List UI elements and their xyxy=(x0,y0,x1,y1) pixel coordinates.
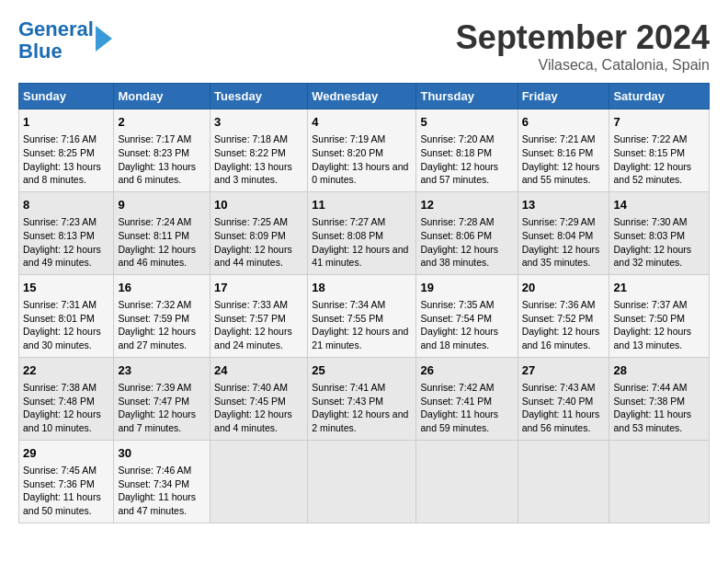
day-number: 24 xyxy=(214,362,303,379)
daylight-hours: Daylight: 12 hours and 35 minutes. xyxy=(522,244,600,269)
week-row-3: 15 Sunrise: 7:31 AM Sunset: 8:01 PM Dayl… xyxy=(19,274,710,357)
sunrise-time: Sunrise: 7:42 AM xyxy=(420,382,494,393)
calendar-cell-w4-d6: 27 Sunrise: 7:43 AM Sunset: 7:40 PM Dayl… xyxy=(518,357,609,440)
day-number: 1 xyxy=(23,114,109,131)
day-number: 26 xyxy=(420,362,513,379)
sunset-time: Sunset: 8:16 PM xyxy=(522,147,594,158)
sunrise-time: Sunrise: 7:39 AM xyxy=(118,382,191,393)
day-number: 16 xyxy=(118,280,206,296)
calendar-cell-w1-d3: 3 Sunrise: 7:18 AM Sunset: 8:22 PM Dayli… xyxy=(210,109,308,192)
day-number: 25 xyxy=(312,362,412,379)
logo-arrow-icon xyxy=(96,26,112,52)
daylight-hours: Daylight: 13 hours and 3 minutes. xyxy=(214,161,292,186)
daylight-hours: Daylight: 13 hours and 0 minutes. xyxy=(312,161,408,186)
daylight-hours: Daylight: 12 hours and 2 minutes. xyxy=(312,408,408,433)
sunrise-time: Sunrise: 7:45 AM xyxy=(23,465,97,476)
sunrise-time: Sunrise: 7:36 AM xyxy=(522,299,596,310)
logo-line1: General xyxy=(18,18,94,40)
daylight-hours: Daylight: 13 hours and 8 minutes. xyxy=(23,161,101,186)
sunrise-time: Sunrise: 7:41 AM xyxy=(312,382,385,393)
page-header: General Blue September 2024 Vilaseca, Ca… xyxy=(18,18,710,74)
calendar-cell-w5-d4 xyxy=(308,440,416,523)
title-block: September 2024 Vilaseca, Catalonia, Spai… xyxy=(456,18,710,74)
calendar-cell-w3-d6: 20 Sunrise: 7:36 AM Sunset: 7:52 PM Dayl… xyxy=(518,274,609,357)
sunrise-time: Sunrise: 7:17 AM xyxy=(118,133,191,144)
sunrise-time: Sunrise: 7:25 AM xyxy=(214,216,288,227)
sunrise-time: Sunrise: 7:31 AM xyxy=(23,299,97,310)
day-number: 22 xyxy=(23,362,109,379)
day-number: 30 xyxy=(118,445,206,462)
daylight-hours: Daylight: 12 hours and 10 minutes. xyxy=(23,408,101,433)
daylight-hours: Daylight: 12 hours and 24 minutes. xyxy=(214,326,292,350)
daylight-hours: Daylight: 12 hours and 38 minutes. xyxy=(420,244,498,269)
week-row-2: 8 Sunrise: 7:23 AM Sunset: 8:13 PM Dayli… xyxy=(19,191,710,274)
header-wednesday: Wednesday xyxy=(308,84,416,109)
header-tuesday: Tuesday xyxy=(210,84,308,109)
sunset-time: Sunset: 8:25 PM xyxy=(23,147,95,158)
sunrise-time: Sunrise: 7:23 AM xyxy=(23,216,97,227)
sunrise-time: Sunrise: 7:16 AM xyxy=(23,133,97,144)
sunrise-time: Sunrise: 7:46 AM xyxy=(118,465,191,476)
day-number: 29 xyxy=(23,445,109,462)
day-number: 13 xyxy=(522,197,606,213)
week-row-4: 22 Sunrise: 7:38 AM Sunset: 7:48 PM Dayl… xyxy=(19,357,710,440)
day-number: 19 xyxy=(420,280,513,296)
calendar-cell-w2-d1: 8 Sunrise: 7:23 AM Sunset: 8:13 PM Dayli… xyxy=(19,191,114,274)
logo: General Blue xyxy=(18,18,112,63)
sunset-time: Sunset: 7:48 PM xyxy=(23,396,95,407)
calendar-cell-w2-d6: 13 Sunrise: 7:29 AM Sunset: 8:04 PM Dayl… xyxy=(518,191,609,274)
calendar-cell-w3-d7: 21 Sunrise: 7:37 AM Sunset: 7:50 PM Dayl… xyxy=(609,274,710,357)
sunset-time: Sunset: 7:43 PM xyxy=(312,396,383,407)
calendar-cell-w3-d2: 16 Sunrise: 7:32 AM Sunset: 7:59 PM Dayl… xyxy=(114,274,210,357)
day-number: 15 xyxy=(23,280,109,296)
calendar-cell-w1-d6: 6 Sunrise: 7:21 AM Sunset: 8:16 PM Dayli… xyxy=(518,109,609,192)
calendar-cell-w4-d7: 28 Sunrise: 7:44 AM Sunset: 7:38 PM Dayl… xyxy=(609,357,710,440)
daylight-hours: Daylight: 12 hours and 32 minutes. xyxy=(613,244,691,269)
sunrise-time: Sunrise: 7:19 AM xyxy=(312,133,385,144)
calendar-cell-w5-d1: 29 Sunrise: 7:45 AM Sunset: 7:36 PM Dayl… xyxy=(19,440,114,523)
sunset-time: Sunset: 8:18 PM xyxy=(420,147,492,158)
day-number: 4 xyxy=(312,114,412,131)
sunrise-time: Sunrise: 7:24 AM xyxy=(118,216,191,227)
sunrise-time: Sunrise: 7:40 AM xyxy=(214,382,288,393)
daylight-hours: Daylight: 12 hours and 30 minutes. xyxy=(23,326,101,350)
sunrise-time: Sunrise: 7:37 AM xyxy=(613,299,687,310)
calendar-cell-w4-d4: 25 Sunrise: 7:41 AM Sunset: 7:43 PM Dayl… xyxy=(308,357,416,440)
day-number: 5 xyxy=(420,114,513,131)
calendar-cell-w4-d2: 23 Sunrise: 7:39 AM Sunset: 7:47 PM Dayl… xyxy=(114,357,210,440)
sunset-time: Sunset: 7:34 PM xyxy=(118,478,189,489)
sunrise-time: Sunrise: 7:33 AM xyxy=(214,299,288,310)
daylight-hours: Daylight: 11 hours and 56 minutes. xyxy=(522,408,600,433)
sunset-time: Sunset: 8:08 PM xyxy=(312,230,383,241)
sunset-time: Sunset: 7:40 PM xyxy=(522,396,594,407)
logo-line2: Blue xyxy=(18,40,94,63)
day-number: 23 xyxy=(118,362,206,379)
calendar-cell-w1-d5: 5 Sunrise: 7:20 AM Sunset: 8:18 PM Dayli… xyxy=(416,109,518,192)
sunset-time: Sunset: 7:59 PM xyxy=(118,313,189,324)
calendar-cell-w3-d1: 15 Sunrise: 7:31 AM Sunset: 8:01 PM Dayl… xyxy=(19,274,114,357)
sunrise-time: Sunrise: 7:20 AM xyxy=(420,133,494,144)
header-friday: Friday xyxy=(518,84,609,109)
daylight-hours: Daylight: 12 hours and 55 minutes. xyxy=(522,161,600,186)
daylight-hours: Daylight: 12 hours and 57 minutes. xyxy=(420,161,498,186)
calendar-cell-w4-d3: 24 Sunrise: 7:40 AM Sunset: 7:45 PM Dayl… xyxy=(210,357,308,440)
sunrise-time: Sunrise: 7:27 AM xyxy=(312,216,385,227)
day-number: 27 xyxy=(522,362,606,379)
calendar-cell-w4-d1: 22 Sunrise: 7:38 AM Sunset: 7:48 PM Dayl… xyxy=(19,357,114,440)
day-number: 17 xyxy=(214,280,303,296)
daylight-hours: Daylight: 12 hours and 49 minutes. xyxy=(23,244,101,269)
daylight-hours: Daylight: 12 hours and 21 minutes. xyxy=(312,326,408,350)
sunrise-time: Sunrise: 7:44 AM xyxy=(613,382,687,393)
daylight-hours: Daylight: 12 hours and 46 minutes. xyxy=(118,244,196,269)
sunset-time: Sunset: 7:50 PM xyxy=(613,313,685,324)
calendar-header-row: Sunday Monday Tuesday Wednesday Thursday… xyxy=(19,84,710,109)
sunset-time: Sunset: 7:57 PM xyxy=(214,313,286,324)
calendar-cell-w2-d4: 11 Sunrise: 7:27 AM Sunset: 8:08 PM Dayl… xyxy=(308,191,416,274)
day-number: 18 xyxy=(312,280,412,296)
day-number: 21 xyxy=(613,280,705,296)
calendar-cell-w2-d5: 12 Sunrise: 7:28 AM Sunset: 8:06 PM Dayl… xyxy=(416,191,518,274)
sunrise-time: Sunrise: 7:43 AM xyxy=(522,382,596,393)
day-number: 12 xyxy=(420,197,513,213)
calendar-table: Sunday Monday Tuesday Wednesday Thursday… xyxy=(18,83,710,523)
sunset-time: Sunset: 8:06 PM xyxy=(420,230,492,241)
